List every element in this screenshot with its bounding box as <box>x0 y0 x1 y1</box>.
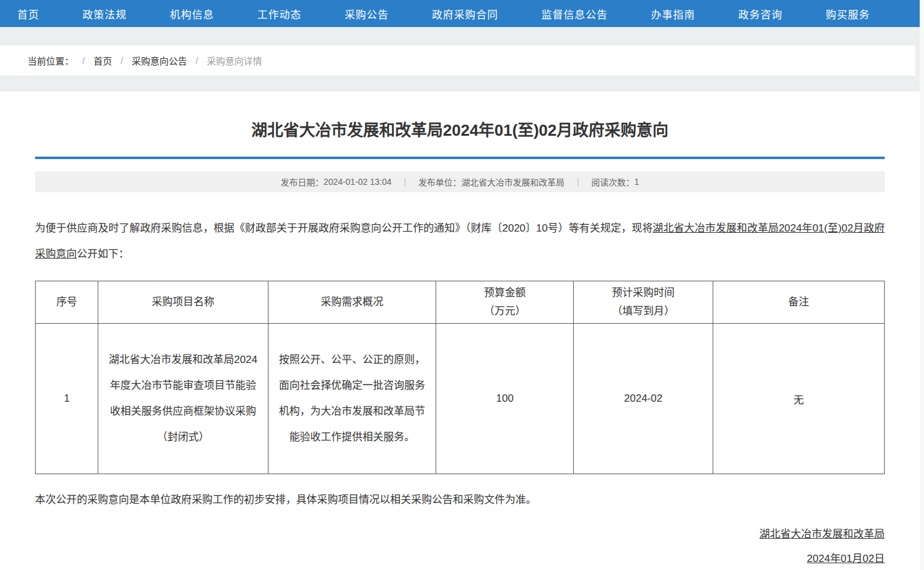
breadcrumb-separator: / <box>82 55 85 66</box>
signature-org: 湖北省大冶市发展和改革局 <box>35 522 885 547</box>
cell-seq: 1 <box>36 324 98 474</box>
cell-remark: 无 <box>713 324 884 474</box>
publisher-label: 发布单位： <box>418 176 461 188</box>
read-count-value: 1 <box>635 177 640 187</box>
breadcrumb-separator: / <box>120 55 123 66</box>
breadcrumb-separator: / <box>195 55 198 66</box>
top-navigation: 首页 政策法规 机构信息 工作动态 采购公告 政府采购合同 监督信息公告 办事指… <box>0 0 924 27</box>
col-header-expected-time: 预计采购时间 （填写到月） <box>574 281 713 324</box>
meta-separator: | <box>404 177 406 187</box>
col-header-subtext: （填写到月） <box>582 302 704 321</box>
nav-item-home[interactable]: 首页 <box>17 6 39 21</box>
nav-item-policies[interactable]: 政策法规 <box>82 6 127 21</box>
nav-item-gov-contracts[interactable]: 政府采购合同 <box>432 6 498 21</box>
article-container: 湖北省大冶市发展和改革局2024年01(至)02月政府采购意向 发布日期： 20… <box>0 92 920 570</box>
breadcrumb-link-home[interactable]: 首页 <box>93 54 112 67</box>
col-header-seq: 序号 <box>36 281 98 324</box>
publish-date-label: 发布日期： <box>281 176 324 188</box>
nav-item-org-info[interactable]: 机构信息 <box>170 6 214 21</box>
intro-text-after: 公开如下： <box>77 248 129 260</box>
col-header-text: 预算金额 <box>445 284 565 302</box>
footer-note: 本次公开的采购意向是本单位政府采购工作的初步安排，具体采购项目情况以相关采购公告… <box>35 491 885 509</box>
procurement-intent-table: 序号 采购项目名称 采购需求概况 预算金额 （万元） 预计采购时间 （填写到月）… <box>35 281 885 474</box>
publish-date-value: 2024-01-02 13:04 <box>324 177 392 187</box>
breadcrumb: 当前位置： / 首页 / 采购意向公告 / 采购意向详情 <box>0 45 915 76</box>
publisher-value: 湖北省大冶市发展和改革局 <box>461 176 565 188</box>
breadcrumb-current: 采购意向详情 <box>207 54 262 67</box>
table-row: 1 湖北省大冶市发展和改革局2024年度大冶市节能审查项目节能验收相关服务供应商… <box>36 324 885 474</box>
col-header-budget: 预算金额 （万元） <box>436 281 574 324</box>
meta-separator: | <box>577 177 579 187</box>
cell-project-name: 湖北省大冶市发展和改革局2024年度大冶市节能审查项目节能验收相关服务供应商框架… <box>98 324 268 474</box>
col-header-demand-summary: 采购需求概况 <box>268 281 436 324</box>
intro-text-before: 为便于供应商及时了解政府采购信息，根据《财政部关于开展政府采购意向公开工作的通知… <box>35 222 652 234</box>
nav-item-purchase-services[interactable]: 购买服务 <box>826 6 870 21</box>
nav-item-procurement-notices[interactable]: 采购公告 <box>345 6 389 21</box>
col-header-remark: 备注 <box>713 281 884 324</box>
signature-block: 湖北省大冶市发展和改革局 2024年01月02日 <box>35 522 885 570</box>
article-meta-bar: 发布日期： 2024-01-02 13:04 | 发布单位： 湖北省大冶市发展和… <box>35 171 885 192</box>
cell-budget: 100 <box>436 324 574 474</box>
col-header-subtext: （万元） <box>445 302 565 321</box>
col-header-text: 采购需求概况 <box>277 293 428 311</box>
breadcrumb-label: 当前位置： <box>28 54 74 67</box>
col-header-project-name: 采购项目名称 <box>98 281 268 324</box>
page-scrollbar[interactable] <box>920 0 924 570</box>
nav-item-supervision-notices[interactable]: 监督信息公告 <box>541 6 608 21</box>
nav-item-service-guide[interactable]: 办事指南 <box>651 6 695 21</box>
col-header-text: 采购项目名称 <box>107 293 259 311</box>
col-header-text: 预计采购时间 <box>582 284 704 302</box>
page-title: 湖北省大冶市发展和改革局2024年01(至)02月政府采购意向 <box>35 92 885 141</box>
table-header-row: 序号 采购项目名称 采购需求概况 预算金额 （万元） 预计采购时间 （填写到月）… <box>36 281 885 324</box>
cell-demand-summary: 按照公开、公平、公正的原则，面向社会择优确定一批咨询服务机构，为大冶市发展和改革… <box>268 324 436 474</box>
nav-item-gov-consulting[interactable]: 政务咨询 <box>738 6 783 21</box>
nav-item-work-news[interactable]: 工作动态 <box>257 6 302 21</box>
col-header-text: 序号 <box>44 293 89 311</box>
read-count-label: 阅读次数： <box>592 176 635 188</box>
signature-date: 2024年01月02日 <box>35 547 885 570</box>
intro-paragraph: 为便于供应商及时了解政府采购信息，根据《财政部关于开展政府采购意向公开工作的通知… <box>35 216 885 267</box>
breadcrumb-link-intent-notices[interactable]: 采购意向公告 <box>131 54 187 67</box>
title-divider <box>35 157 885 159</box>
cell-expected-time: 2024-02 <box>574 324 713 474</box>
col-header-text: 备注 <box>722 293 875 311</box>
